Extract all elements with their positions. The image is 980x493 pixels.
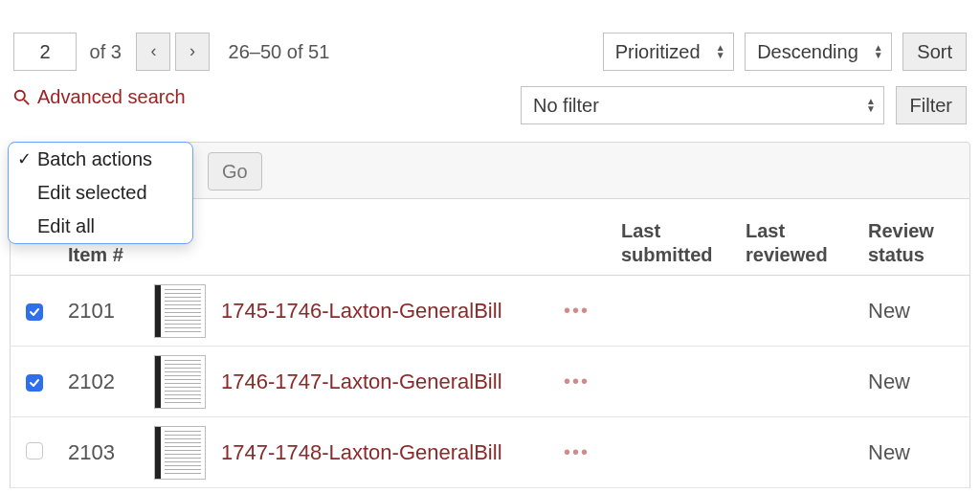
- table-row: 21011745-1746-Laxton-GeneralBill•••New: [10, 276, 970, 347]
- row-review-status: New: [858, 370, 969, 394]
- chevron-right-icon: ›: [189, 41, 195, 60]
- table-row: 21021746-1747-Laxton-GeneralBill•••New: [10, 347, 970, 417]
- header-last-submitted: Last submitted: [612, 219, 736, 267]
- row-checkbox[interactable]: [26, 303, 43, 321]
- row-thumbnail[interactable]: [154, 284, 206, 338]
- header-last-reviewed: Last reviewed: [736, 219, 858, 267]
- header-review-status: Review status: [858, 219, 969, 267]
- ellipsis-icon: •••: [564, 441, 590, 462]
- row-review-status: New: [858, 440, 969, 465]
- page-of-label: of 3: [90, 41, 122, 63]
- page-range-label: 26–50 of 51: [229, 41, 330, 63]
- header-item: Item #: [58, 243, 145, 267]
- advanced-search-label: Advanced search: [37, 86, 186, 108]
- batch-actions-dropdown[interactable]: Batch actions Edit selected Edit all: [8, 142, 193, 244]
- search-icon: [13, 89, 30, 105]
- svg-point-0: [15, 91, 25, 101]
- batch-option-edit-selected[interactable]: Edit selected: [9, 176, 192, 210]
- advanced-search-link[interactable]: Advanced search: [13, 86, 186, 108]
- row-thumbnail[interactable]: [154, 426, 206, 480]
- row-actions-menu[interactable]: •••: [554, 441, 612, 463]
- row-actions-menu[interactable]: •••: [554, 300, 612, 322]
- svg-line-1: [24, 100, 29, 104]
- row-thumbnail[interactable]: [154, 355, 206, 409]
- row-item-number: 2102: [58, 370, 145, 394]
- batch-option-batch-actions[interactable]: Batch actions: [9, 143, 192, 176]
- sort-direction-select[interactable]: Descending ▲▼: [745, 33, 892, 71]
- table-row: 21031747-1748-Laxton-GeneralBill•••New: [10, 417, 970, 488]
- chevron-left-icon: ‹: [150, 41, 156, 60]
- prev-page-button[interactable]: ‹: [136, 33, 170, 71]
- sort-direction-value: Descending: [757, 41, 858, 62]
- ellipsis-icon: •••: [564, 370, 590, 392]
- batch-option-edit-all[interactable]: Edit all: [9, 210, 192, 243]
- row-checkbox[interactable]: [26, 374, 43, 392]
- page-number-input[interactable]: 2: [13, 33, 77, 71]
- stepper-icon: ▲▼: [716, 44, 725, 59]
- ellipsis-icon: •••: [564, 300, 590, 321]
- go-button[interactable]: Go: [208, 152, 262, 190]
- stepper-icon: ▲▼: [866, 98, 876, 113]
- row-checkbox[interactable]: [26, 442, 43, 459]
- filter-select[interactable]: No filter ▲▼: [521, 86, 884, 124]
- filter-button[interactable]: Filter: [896, 86, 967, 124]
- row-title-link[interactable]: 1746-1747-Laxton-GeneralBill: [221, 370, 502, 393]
- sort-field-value: Prioritized: [615, 41, 701, 62]
- sort-field-select[interactable]: Prioritized ▲▼: [603, 33, 734, 71]
- row-review-status: New: [858, 299, 969, 324]
- stepper-icon: ▲▼: [874, 44, 883, 59]
- row-title-link[interactable]: 1747-1748-Laxton-GeneralBill: [221, 440, 502, 464]
- row-item-number: 2103: [58, 440, 145, 465]
- row-actions-menu[interactable]: •••: [554, 370, 612, 392]
- row-title-link[interactable]: 1745-1746-Laxton-GeneralBill: [221, 299, 502, 323]
- next-page-button[interactable]: ›: [175, 33, 210, 71]
- sort-button[interactable]: Sort: [902, 33, 967, 71]
- filter-select-value: No filter: [533, 95, 599, 116]
- row-item-number: 2101: [58, 299, 145, 324]
